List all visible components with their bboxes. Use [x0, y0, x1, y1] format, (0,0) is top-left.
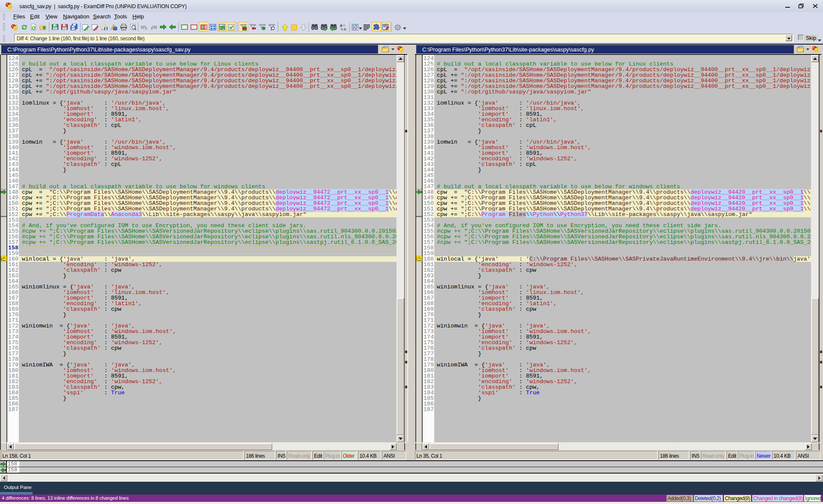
svg-text:B: B	[344, 27, 346, 31]
svg-text:A: A	[340, 24, 342, 27]
svg-text:B: B	[343, 24, 345, 27]
